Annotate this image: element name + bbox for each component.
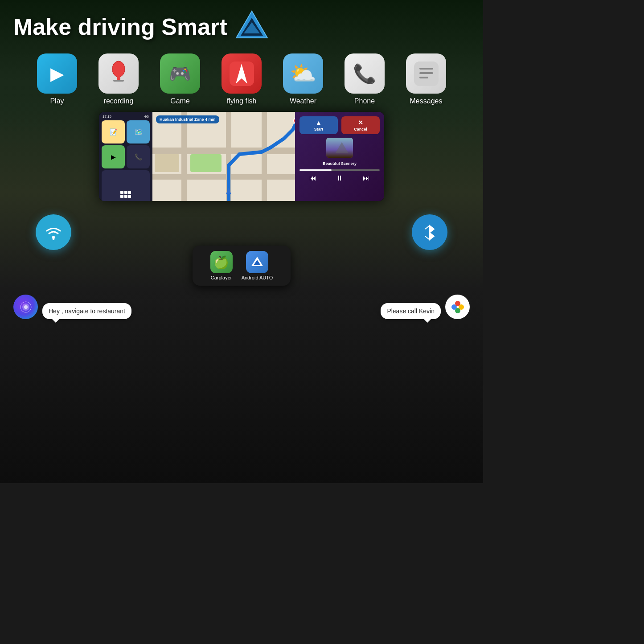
music-progress-fill bbox=[299, 169, 332, 171]
phone-device: 🍏 Carplayer Android AUTO bbox=[193, 246, 291, 286]
google-text: Please call Kevin bbox=[387, 308, 435, 315]
svg-rect-21 bbox=[181, 112, 187, 201]
svg-rect-5 bbox=[113, 80, 124, 82]
svg-rect-15 bbox=[120, 195, 123, 198]
svg-rect-9 bbox=[419, 68, 433, 70]
display-unit: 17:15 4G 📝 🗺️ ▶ 📞 bbox=[99, 112, 384, 201]
siri-icon bbox=[13, 295, 38, 319]
phone-app-maps[interactable]: 🗺️ bbox=[127, 120, 150, 144]
svg-rect-14 bbox=[128, 191, 131, 194]
siri-bubble: Hey , navigate to restaurant bbox=[13, 295, 131, 319]
car-display-section: 17:15 4G 📝 🗺️ ▶ 📞 bbox=[0, 107, 483, 201]
carplayer-label: Carplayer bbox=[211, 275, 232, 280]
carplayer-icon: 🍏 bbox=[210, 251, 233, 273]
phone-app-grid[interactable] bbox=[102, 170, 150, 201]
svg-rect-12 bbox=[120, 191, 123, 194]
bluetooth-icon bbox=[412, 214, 447, 250]
action-buttons: ▲ Start ✕ Cancel bbox=[299, 116, 380, 134]
svg-point-31 bbox=[52, 236, 55, 238]
forward-button[interactable]: ⏭ bbox=[363, 174, 370, 182]
phone-status-bar: 17:15 4G bbox=[102, 115, 150, 119]
flying-fish-icon bbox=[222, 53, 262, 94]
play-icon: ▶ bbox=[37, 53, 77, 94]
start-button[interactable]: ▲ Start bbox=[299, 116, 338, 134]
recording-label: recording bbox=[104, 97, 134, 105]
music-album-art bbox=[326, 138, 353, 158]
phone-icon: 📞 bbox=[345, 53, 385, 94]
app-phone[interactable]: 📞 Phone bbox=[338, 53, 391, 105]
cancel-label: Cancel bbox=[354, 127, 367, 131]
phone-app-store[interactable]: ▶ bbox=[102, 145, 125, 168]
cancel-icon: ✕ bbox=[358, 119, 363, 126]
svg-rect-10 bbox=[419, 72, 433, 74]
pause-button[interactable]: ⏸ bbox=[336, 174, 343, 182]
navigation-icon: ▲ bbox=[316, 119, 322, 126]
messages-label: Messages bbox=[410, 97, 443, 105]
app-game[interactable]: 🎮 Game bbox=[153, 53, 207, 105]
svg-rect-20 bbox=[152, 174, 295, 180]
svg-rect-25 bbox=[155, 154, 179, 172]
messages-icon bbox=[406, 53, 446, 94]
google-bubble: Please call Kevin bbox=[381, 295, 470, 319]
svg-marker-32 bbox=[430, 226, 434, 233]
weather-icon: ⛅ bbox=[283, 53, 323, 94]
brand-logo bbox=[234, 9, 270, 45]
music-title: Beautiful Scenery bbox=[299, 161, 380, 166]
apps-row: ▶ Play recording 🎮 Game bbox=[0, 49, 483, 107]
page-title: Make driving Smart bbox=[13, 13, 227, 40]
phone-sidebar: 17:15 4G 📝 🗺️ ▶ 📞 bbox=[99, 112, 152, 201]
music-controls: ⏮ ⏸ ⏭ bbox=[299, 174, 380, 182]
map-display: Hualian Industrial Zone 4 min bbox=[152, 112, 295, 201]
phone-app-notes[interactable]: 📝 bbox=[102, 120, 125, 144]
android-auto-label: Android AUTO bbox=[242, 275, 273, 280]
svg-rect-13 bbox=[124, 191, 127, 194]
nav-banner: Hualian Industrial Zone 4 min bbox=[156, 115, 219, 123]
svg-line-34 bbox=[425, 226, 430, 229]
svg-point-44 bbox=[455, 308, 460, 313]
siri-text: Hey , navigate to restaurant bbox=[49, 308, 125, 315]
svg-rect-11 bbox=[419, 77, 428, 78]
siri-text-bubble: Hey , navigate to restaurant bbox=[42, 303, 131, 319]
map-svg bbox=[152, 112, 295, 201]
flying-fish-label: flying fish bbox=[227, 97, 257, 105]
music-progress-bar[interactable] bbox=[299, 169, 380, 171]
game-label: Game bbox=[170, 97, 190, 105]
wifi-icon bbox=[36, 214, 71, 250]
signal-display: 4G bbox=[144, 115, 149, 119]
svg-rect-17 bbox=[128, 195, 131, 198]
android-auto-icon bbox=[246, 251, 268, 273]
svg-marker-33 bbox=[430, 233, 434, 240]
cancel-button[interactable]: ✕ Cancel bbox=[341, 116, 380, 134]
phone-app-phone[interactable]: 📞 bbox=[127, 145, 150, 168]
phone-icons-grid: 📝 🗺️ ▶ 📞 bbox=[102, 120, 150, 201]
svg-rect-24 bbox=[190, 154, 222, 172]
app-weather[interactable]: ⛅ Weather bbox=[276, 53, 330, 105]
start-label: Start bbox=[314, 127, 324, 131]
svg-point-3 bbox=[112, 61, 125, 77]
game-icon: 🎮 bbox=[160, 53, 200, 94]
play-label: Play bbox=[50, 97, 64, 105]
carplayer-app[interactable]: 🍏 Carplayer bbox=[210, 251, 233, 280]
recording-icon bbox=[98, 53, 139, 94]
svg-rect-16 bbox=[124, 195, 127, 198]
google-assistant-icon bbox=[445, 295, 470, 319]
app-flying-fish[interactable]: flying fish bbox=[215, 53, 268, 105]
music-panel: ▲ Start ✕ Cancel bbox=[295, 112, 384, 201]
app-play[interactable]: ▶ Play bbox=[30, 53, 84, 105]
rewind-button[interactable]: ⏮ bbox=[309, 174, 316, 182]
voice-section: Hey , navigate to restaurant Please call… bbox=[0, 288, 483, 326]
weather-label: Weather bbox=[290, 97, 316, 105]
svg-rect-23 bbox=[262, 112, 267, 201]
app-messages[interactable]: Messages bbox=[399, 53, 453, 105]
svg-point-40 bbox=[24, 305, 28, 309]
phone-label: Phone bbox=[354, 97, 375, 105]
svg-line-35 bbox=[425, 236, 430, 240]
google-text-bubble: Please call Kevin bbox=[381, 303, 441, 319]
svg-rect-19 bbox=[152, 148, 295, 154]
app-recording[interactable]: recording bbox=[92, 53, 145, 105]
time-display: 17:15 bbox=[103, 115, 111, 119]
android-auto-app[interactable]: Android AUTO bbox=[242, 251, 273, 280]
phone-device-section: 🍏 Carplayer Android AUTO bbox=[0, 246, 483, 286]
